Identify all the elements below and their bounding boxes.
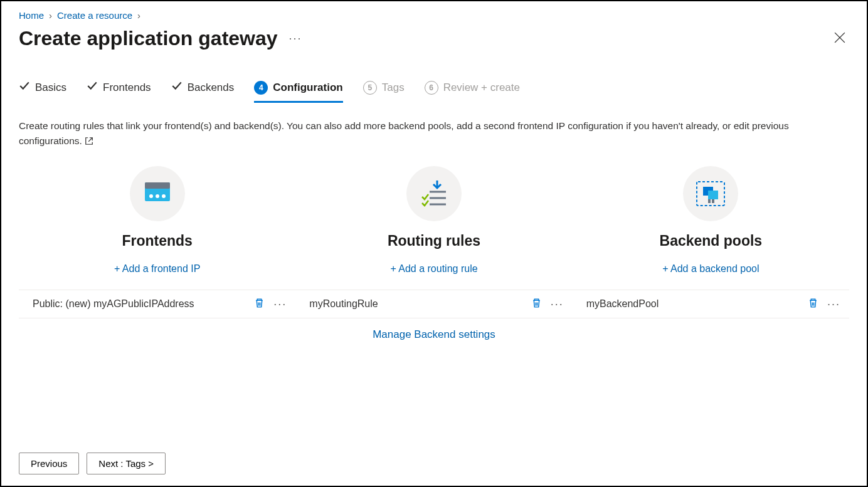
check-icon bbox=[87, 80, 98, 95]
add-frontend-ip-link[interactable]: + Add a frontend IP bbox=[114, 263, 200, 275]
svg-rect-14 bbox=[708, 191, 718, 199]
description-text: Create routing rules that link your fron… bbox=[19, 118, 849, 150]
frontend-item-label[interactable]: Public: (new) myAGPublicIPAddress bbox=[28, 298, 253, 310]
svg-line-2 bbox=[88, 138, 92, 142]
backend-pool-item-label[interactable]: myBackendPool bbox=[581, 298, 807, 310]
previous-button[interactable]: Previous bbox=[19, 453, 79, 474]
routing-rules-icon bbox=[406, 166, 462, 221]
more-icon[interactable]: ··· bbox=[827, 298, 840, 311]
tab-frontends[interactable]: Frontends bbox=[87, 80, 151, 103]
next-button[interactable]: Next : Tags > bbox=[87, 453, 166, 474]
tab-label: Review + create bbox=[443, 81, 520, 94]
backend-pools-icon bbox=[683, 166, 738, 221]
breadcrumb-create-resource[interactable]: Create a resource bbox=[57, 10, 132, 21]
chevron-right-icon: › bbox=[137, 10, 140, 21]
tab-label: Backends bbox=[188, 81, 235, 94]
more-icon[interactable]: ··· bbox=[551, 298, 564, 311]
tab-label: Configuration bbox=[273, 81, 342, 94]
trash-icon bbox=[808, 298, 818, 308]
add-backend-pool-link[interactable]: + Add a backend pool bbox=[662, 263, 759, 275]
trash-icon bbox=[254, 298, 265, 308]
tab-label: Basics bbox=[35, 81, 66, 94]
column-backend-pools: Backend pools + Add a backend pool myBac… bbox=[573, 166, 849, 341]
tab-label: Tags bbox=[382, 81, 405, 94]
step-number: 5 bbox=[363, 81, 377, 95]
backend-pool-item-row: myBackendPool ··· bbox=[573, 290, 849, 318]
svg-point-5 bbox=[149, 194, 153, 198]
add-routing-rule-link[interactable]: + Add a routing rule bbox=[390, 263, 477, 275]
delete-button[interactable] bbox=[530, 296, 543, 312]
tab-label: Frontends bbox=[103, 81, 151, 94]
tab-basics[interactable]: Basics bbox=[19, 80, 66, 103]
breadcrumb: Home › Create a resource › bbox=[19, 6, 849, 27]
chevron-right-icon: › bbox=[49, 10, 52, 21]
wizard-footer: Previous Next : Tags > bbox=[19, 453, 166, 474]
svg-rect-4 bbox=[145, 182, 170, 189]
tab-tags[interactable]: 5 Tags bbox=[363, 80, 405, 103]
more-icon[interactable]: ··· bbox=[289, 32, 302, 45]
column-routing-rules: Routing rules + Add a routing rule myRou… bbox=[295, 166, 572, 341]
tab-backends[interactable]: Backends bbox=[171, 80, 235, 103]
check-icon bbox=[19, 80, 30, 95]
delete-button[interactable] bbox=[253, 296, 266, 312]
page-title: Create application gateway bbox=[19, 27, 278, 50]
close-button[interactable] bbox=[830, 28, 849, 49]
close-icon bbox=[834, 32, 845, 43]
trash-icon bbox=[531, 298, 542, 308]
external-link-icon[interactable] bbox=[85, 135, 93, 150]
column-title: Frontends bbox=[122, 233, 192, 249]
check-icon bbox=[171, 80, 183, 95]
svg-rect-15 bbox=[708, 199, 711, 203]
column-frontends: Frontends + Add a frontend IP Public: (n… bbox=[19, 166, 295, 341]
frontend-item-row: Public: (new) myAGPublicIPAddress ··· bbox=[19, 290, 295, 318]
column-title: Backend pools bbox=[660, 233, 763, 249]
svg-point-6 bbox=[156, 194, 159, 198]
svg-rect-16 bbox=[712, 199, 714, 203]
tab-review-create[interactable]: 6 Review + create bbox=[425, 80, 520, 103]
column-title: Routing rules bbox=[388, 233, 480, 249]
breadcrumb-home[interactable]: Home bbox=[19, 10, 44, 21]
routing-rule-item-label[interactable]: myRoutingRule bbox=[304, 298, 529, 310]
delete-button[interactable] bbox=[807, 296, 820, 312]
more-icon[interactable]: ··· bbox=[273, 298, 287, 311]
step-number: 6 bbox=[425, 81, 438, 95]
routing-rule-item-row: myRoutingRule ··· bbox=[295, 290, 572, 318]
svg-point-7 bbox=[162, 194, 166, 198]
tab-configuration[interactable]: 4 Configuration bbox=[254, 80, 342, 103]
wizard-tabs: Basics Frontends Backends 4 Configuratio… bbox=[19, 80, 849, 103]
step-number: 4 bbox=[254, 81, 268, 95]
manage-backend-settings-link[interactable]: Manage Backend settings bbox=[373, 328, 495, 341]
frontends-icon bbox=[130, 166, 185, 221]
